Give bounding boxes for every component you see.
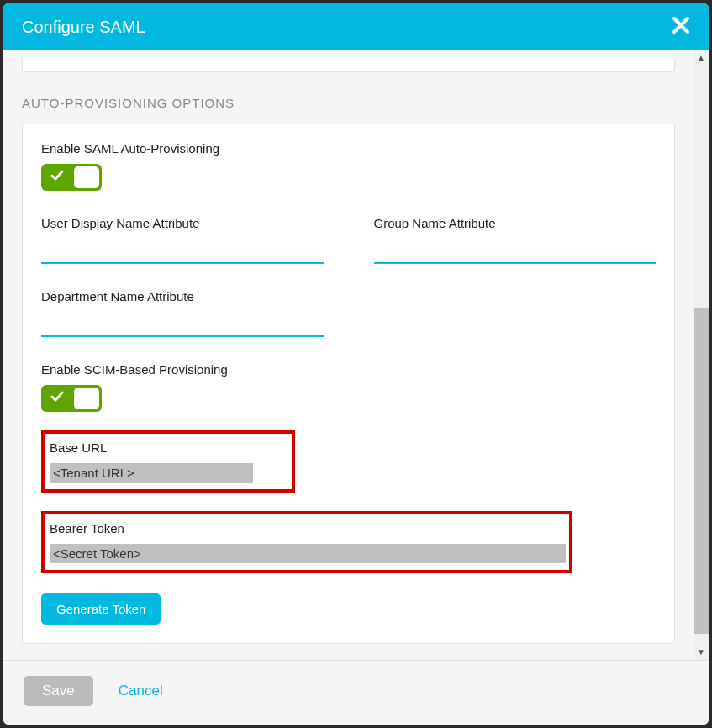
save-button[interactable]: Save <box>24 676 93 706</box>
toggle-knob <box>74 388 99 409</box>
bearer-token-label: Bearer Token <box>50 521 564 535</box>
group-name-label: Group Name Attribute <box>374 216 657 230</box>
base-url-highlight: Base URL <box>41 430 295 493</box>
user-display-col: User Display Name Attribute <box>41 216 324 264</box>
base-url-field[interactable] <box>50 463 253 483</box>
auto-provisioning-card: Enable SAML Auto-Provisioning User Displ… <box>22 124 675 644</box>
enable-scim-toggle[interactable] <box>41 385 102 412</box>
check-icon <box>50 389 65 409</box>
scrollbar[interactable]: ▲ ▼ <box>694 50 709 660</box>
modal-body-wrap: AUTO-PROVISIONING OPTIONS Enable SAML Au… <box>3 50 709 660</box>
enable-saml-label: Enable SAML Auto-Provisioning <box>41 141 656 156</box>
cancel-button[interactable]: Cancel <box>119 683 163 699</box>
modal-footer: Save Cancel <box>3 660 709 725</box>
scroll-thumb[interactable] <box>694 308 709 634</box>
attribute-row-2: Department Name Attribute <box>41 289 656 337</box>
attribute-row: User Display Name Attribute Group Name A… <box>41 216 656 264</box>
user-display-label: User Display Name Attribute <box>41 216 324 230</box>
enable-saml-toggle[interactable] <box>41 164 102 191</box>
enable-scim-label: Enable SCIM-Based Provisioning <box>41 362 656 377</box>
group-name-col: Group Name Attribute <box>374 216 657 264</box>
department-col: Department Name Attribute <box>41 289 324 337</box>
previous-section-edge <box>22 59 675 72</box>
modal-header: Configure SAML <box>3 3 709 50</box>
scroll-up-icon[interactable]: ▲ <box>694 50 709 66</box>
group-name-input[interactable] <box>374 239 657 264</box>
base-url-label: Base URL <box>50 440 287 455</box>
check-icon <box>50 168 65 187</box>
scim-section: Enable SCIM-Based Provisioning <box>41 362 656 412</box>
scroll-down-icon[interactable]: ▼ <box>694 645 709 660</box>
section-heading: AUTO-PROVISIONING OPTIONS <box>22 96 675 110</box>
bearer-token-highlight: Bearer Token <box>41 511 572 573</box>
department-input[interactable] <box>41 312 324 337</box>
department-label: Department Name Attribute <box>41 289 324 303</box>
bearer-token-field[interactable] <box>50 544 566 563</box>
user-display-input[interactable] <box>41 239 324 264</box>
toggle-knob <box>74 166 99 188</box>
configure-saml-modal: Configure SAML AUTO-PROVISIONING OPTIONS… <box>3 3 709 725</box>
modal-title: Configure SAML <box>22 18 145 37</box>
generate-token-button[interactable]: Generate Token <box>41 593 161 625</box>
close-icon[interactable] <box>672 15 690 39</box>
modal-body: AUTO-PROVISIONING OPTIONS Enable SAML Au… <box>3 50 694 660</box>
empty-col <box>374 289 657 337</box>
